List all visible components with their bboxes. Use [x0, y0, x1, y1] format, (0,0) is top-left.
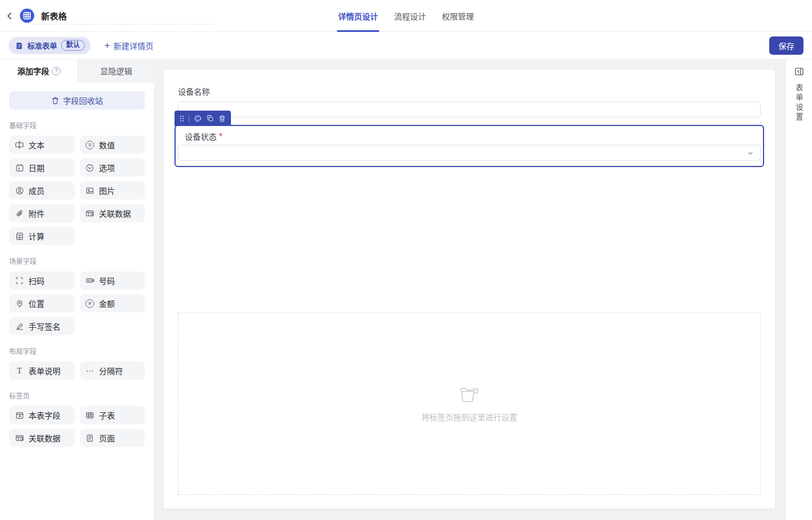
field-recycle-bin-button[interactable]: 字段回收站	[9, 91, 145, 109]
chevron-down-icon	[747, 150, 754, 157]
field-item-divider[interactable]: ⋯ 分隔符	[80, 361, 145, 380]
field-item-label: 子表	[99, 409, 115, 421]
field-item-image[interactable]: 图片	[80, 181, 145, 200]
dropzone-hint-text: 将标签页拖到这里进行设置	[421, 411, 517, 422]
section-title-scenario-fields: 场景字段	[9, 256, 145, 266]
field-item-page[interactable]: 页面	[80, 429, 145, 447]
field-item-label: 表单说明	[29, 365, 60, 376]
form-toolbar: 标准表单 默认 + 新建详情页 保存	[0, 32, 812, 59]
form-settings-strip: 表单设置	[785, 59, 812, 520]
app-table-icon	[20, 9, 34, 23]
section-title-layout-fields: 布局字段	[9, 346, 145, 356]
field-item-label: 位置	[29, 298, 44, 309]
form-canvas: 设备名称	[164, 70, 775, 509]
tab-permission-management[interactable]: 权限管理	[441, 0, 475, 32]
select-icon	[86, 163, 95, 172]
form-pill-label: 标准表单	[27, 40, 57, 51]
standard-form-pill[interactable]: 标准表单 默认	[9, 37, 91, 54]
field-item-linked-data[interactable]: 关联数据	[80, 204, 145, 222]
field-item-label: 金额	[99, 298, 115, 309]
field-item-member[interactable]: 成员	[9, 181, 75, 200]
panel-expand-icon[interactable]	[794, 67, 804, 76]
field-item-subtable[interactable]: 子表	[80, 406, 145, 424]
field-item-attachment[interactable]: 附件	[9, 204, 75, 222]
field-item-label: 本表字段	[29, 409, 60, 421]
field-label: 设备状态	[185, 131, 217, 142]
copy-icon[interactable]	[206, 115, 214, 122]
amount-icon: ¥	[86, 299, 95, 308]
back-icon[interactable]	[3, 10, 16, 22]
tab-add-field[interactable]: 添加字段 ?	[0, 59, 78, 82]
title-edit-underline	[32, 24, 213, 25]
device-name-input[interactable]	[178, 101, 761, 117]
save-button[interactable]: 保存	[769, 36, 803, 55]
current-table-fields-icon	[15, 411, 24, 420]
field-item-label: 手写签名	[29, 320, 60, 332]
member-icon	[15, 186, 24, 195]
field-item-form-description[interactable]: T 表单说明	[9, 361, 75, 380]
field-item-phone-number[interactable]: 号码	[80, 271, 145, 290]
section-title-tab-pages: 标签页	[9, 391, 145, 400]
field-item-number[interactable]: 9 数值	[80, 136, 145, 154]
field-item-signature[interactable]: 手写签名	[9, 317, 75, 335]
field-item-text[interactable]: 文本	[9, 136, 75, 154]
field-item-label: 日期	[29, 162, 44, 173]
plus-icon: +	[104, 40, 110, 50]
linked-data-icon	[15, 433, 24, 442]
field-item-label: 分隔符	[99, 365, 123, 376]
sidebar-tabs: 添加字段 ? 显隐逻辑	[0, 59, 154, 82]
tab-visibility-logic[interactable]: 显隐逻辑	[78, 59, 154, 82]
linked-data-icon	[86, 209, 95, 218]
tab-process-design[interactable]: 流程设计	[393, 0, 427, 32]
form-settings-label[interactable]: 表单设置	[794, 84, 805, 123]
new-detail-page-label: 新建详情页	[113, 40, 153, 51]
field-item-label: 选项	[99, 162, 115, 173]
location-icon	[15, 299, 24, 308]
toolbar-divider	[189, 115, 189, 122]
field-recycle-bin-label: 字段回收站	[63, 95, 103, 106]
phone-number-icon	[86, 276, 95, 285]
field-item-label: 计算	[29, 230, 44, 242]
field-item-label: 附件	[29, 208, 44, 219]
page-title[interactable]: 新表格	[41, 10, 67, 22]
palette-icon[interactable]	[194, 115, 202, 123]
topbar: 新表格 详情页设计 流程设计 权限管理	[0, 0, 812, 32]
field-sidebar: 添加字段 ? 显隐逻辑 字段回收站 基础字段 文本	[0, 59, 154, 520]
form-description-icon: T	[15, 366, 24, 375]
field-label: 设备名称	[178, 86, 761, 97]
topbar-left: 新表格	[0, 0, 67, 31]
field-item-linked-data-tab[interactable]: 关联数据	[9, 429, 75, 447]
field-item-select[interactable]: 选项	[80, 159, 145, 177]
tab-page-dropzone[interactable]: 将标签页拖到这里进行设置	[178, 312, 761, 495]
field-item-calculation[interactable]: 计算	[9, 227, 75, 245]
field-item-label: 关联数据	[29, 432, 60, 444]
attachment-icon	[15, 209, 24, 218]
subtable-icon	[86, 411, 95, 420]
text-icon	[15, 140, 24, 149]
field-item-label: 关联数据	[99, 208, 131, 219]
field-item-location[interactable]: 位置	[9, 294, 75, 312]
layout-fields-grid: T 表单说明 ⋯ 分隔符	[9, 361, 145, 380]
basic-fields-grid: 文本 9 数值 日期 选项	[9, 136, 145, 245]
field-item-label: 号码	[99, 275, 115, 286]
field-item-current-table-fields[interactable]: 本表字段	[9, 406, 75, 424]
scenario-fields-grid: 扫码 号码 位置 ¥ 金额	[9, 271, 145, 335]
help-icon[interactable]: ?	[52, 67, 60, 75]
tab-detail-page-design[interactable]: 详情页设计	[337, 0, 379, 32]
form-doc-icon	[15, 42, 23, 50]
trash-icon	[51, 96, 59, 105]
canvas-field-device-name[interactable]: 设备名称	[178, 86, 761, 117]
field-item-date[interactable]: 日期	[9, 159, 75, 177]
delete-icon[interactable]	[218, 115, 226, 123]
canvas-field-device-status[interactable]: 设备状态*	[174, 125, 764, 167]
device-status-select[interactable]	[178, 145, 761, 161]
new-detail-page-button[interactable]: + 新建详情页	[104, 40, 153, 51]
signature-icon	[15, 322, 24, 331]
drag-handle-icon[interactable]	[180, 115, 184, 122]
field-item-label: 扫码	[29, 275, 44, 286]
field-item-scan[interactable]: 扫码	[9, 271, 75, 290]
field-item-amount[interactable]: ¥ 金额	[80, 294, 145, 312]
section-title-basic-fields: 基础字段	[9, 120, 145, 130]
number-icon: 9	[86, 140, 95, 149]
scan-icon	[15, 276, 24, 285]
